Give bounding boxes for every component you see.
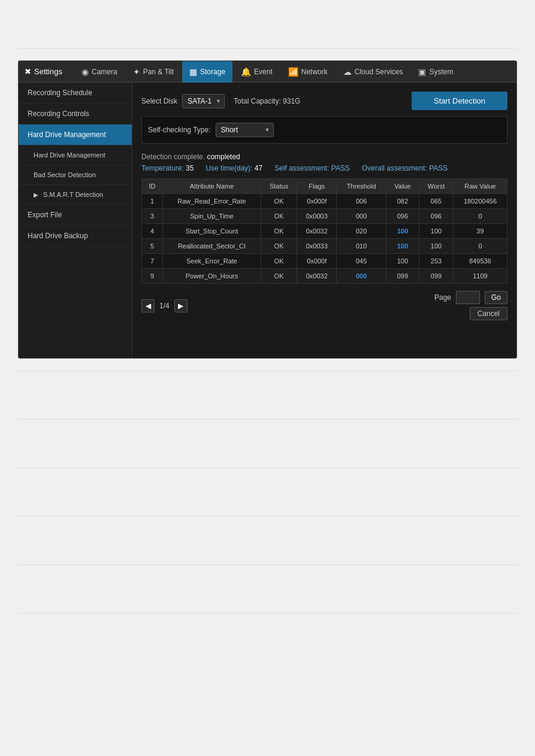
nav-tabs: ◉ Camera ✦ Pan & Tilt ▦ Storage 🔔 Event … bbox=[74, 61, 510, 83]
sidebar-label-recording-schedule: Recording Schedule bbox=[28, 89, 92, 97]
sidebar-label-smart-detection: S.M.A.R.T Detection bbox=[43, 191, 103, 198]
table-cell: Spin_Up_Time bbox=[162, 209, 261, 224]
select-disk-wrapper: SATA-1 SATA-2 bbox=[182, 94, 225, 108]
use-time-stat: Use time(day): 47 bbox=[205, 164, 262, 172]
page-number-input[interactable] bbox=[456, 291, 480, 304]
sidebar-label-hard-drive-management-sub: Hard Drive Management bbox=[34, 151, 105, 159]
sidebar-item-recording-schedule[interactable]: Recording Schedule bbox=[19, 83, 132, 104]
tab-network-label: Network bbox=[301, 68, 328, 76]
next-page-button[interactable]: ▶ bbox=[174, 299, 188, 312]
tab-pan-tilt[interactable]: ✦ Pan & Tilt bbox=[126, 61, 181, 83]
start-detection-button[interactable]: Start Detection bbox=[412, 92, 507, 110]
go-button[interactable]: Go bbox=[485, 291, 507, 304]
table-cell: 082 bbox=[386, 194, 419, 209]
tab-camera-label: Camera bbox=[92, 68, 117, 76]
table-cell: 180200456 bbox=[453, 194, 507, 209]
tab-camera[interactable]: ◉ Camera bbox=[74, 61, 125, 83]
table-cell: 000 bbox=[337, 269, 386, 284]
app-title: Settings bbox=[34, 67, 62, 76]
table-cell: 9 bbox=[142, 269, 163, 284]
table-cell: 0x000f bbox=[297, 194, 337, 209]
tab-pan-tilt-label: Pan & Tilt bbox=[143, 68, 174, 76]
table-cell: 099 bbox=[386, 269, 419, 284]
col-header-threshold: Threshold bbox=[337, 179, 386, 194]
table-cell: Power_On_Hours bbox=[162, 269, 261, 284]
tab-storage-label: Storage bbox=[200, 68, 225, 76]
arrow-icon: ▶ bbox=[34, 192, 38, 198]
overall-assessment-value: PASS bbox=[429, 164, 448, 172]
self-checking-input[interactable]: Short Long Conveyance bbox=[216, 123, 274, 137]
table-cell: 099 bbox=[419, 269, 454, 284]
self-checking-row: Self-checking Type: Short Long Conveyanc… bbox=[141, 116, 507, 144]
detection-completed-text: completed bbox=[207, 153, 240, 161]
divider-6 bbox=[18, 613, 517, 614]
controls-left: Select Disk SATA-1 SATA-2 Total Capacity… bbox=[141, 94, 300, 108]
table-cell: 100 bbox=[386, 239, 419, 254]
table-cell: OK bbox=[261, 209, 297, 224]
sidebar-label-bad-sector-detection: Bad Sector Detection bbox=[34, 171, 96, 178]
col-header-status: Status bbox=[261, 179, 297, 194]
prev-page-button[interactable]: ◀ bbox=[141, 299, 155, 312]
select-disk-label: Select Disk bbox=[141, 97, 177, 105]
capacity-label: Total Capacity: bbox=[234, 97, 281, 105]
col-header-value: Value bbox=[386, 179, 419, 194]
divider-4 bbox=[18, 516, 517, 517]
tab-network[interactable]: 📶 Network bbox=[281, 61, 335, 83]
camera-icon: ◉ bbox=[81, 67, 89, 77]
pagination-row: ◀ 1/4 ▶ Page Go Cancel bbox=[141, 291, 507, 320]
table-row: 3Spin_Up_TimeOK0x00030000960960 bbox=[142, 209, 507, 224]
top-divider bbox=[18, 48, 517, 48]
table-cell: OK bbox=[261, 269, 297, 284]
tab-cloud-label: Cloud Services bbox=[355, 68, 403, 76]
overall-assessment-stat: Overall assessment: PASS bbox=[362, 164, 448, 172]
table-cell: 096 bbox=[386, 209, 419, 224]
detection-info: Detection complete. completed Temperatur… bbox=[141, 153, 507, 172]
table-cell: 0x0003 bbox=[297, 209, 337, 224]
table-cell: 0 bbox=[453, 209, 507, 224]
sidebar-item-bad-sector-detection[interactable]: Bad Sector Detection bbox=[19, 165, 132, 185]
temperature-stat: Temperature: 35 bbox=[141, 164, 194, 172]
table-cell: 0x0033 bbox=[297, 239, 337, 254]
table-cell: 1 bbox=[142, 194, 163, 209]
tab-event-label: Event bbox=[254, 68, 273, 76]
cancel-button[interactable]: Cancel bbox=[470, 307, 507, 320]
overall-assessment-label: Overall assessment: bbox=[362, 164, 427, 172]
table-cell: Start_Stop_Count bbox=[162, 224, 261, 239]
capacity-value: 931G bbox=[283, 97, 300, 105]
main-content: Recording Schedule Recording Controls Ha… bbox=[19, 83, 516, 358]
table-cell: 0 bbox=[453, 239, 507, 254]
tab-storage[interactable]: ▦ Storage bbox=[182, 61, 232, 83]
page-label: Page bbox=[434, 293, 451, 302]
sidebar-item-hard-drive-backup[interactable]: Hard Drive Backup bbox=[19, 226, 132, 247]
table-body: 1Raw_Read_Error_RateOK0x000f006082065180… bbox=[142, 194, 507, 284]
table-cell: 3 bbox=[142, 209, 163, 224]
table-cell: 096 bbox=[419, 209, 454, 224]
self-assessment-value: PASS bbox=[331, 164, 350, 172]
sidebar-item-recording-controls[interactable]: Recording Controls bbox=[19, 104, 132, 125]
cancel-btn-wrapper: Cancel bbox=[470, 307, 507, 320]
sidebar-item-export-file[interactable]: Export File bbox=[19, 205, 132, 226]
top-nav: ✖ Settings ◉ Camera ✦ Pan & Tilt ▦ Stora… bbox=[19, 61, 516, 83]
sidebar-item-hard-drive-management-sub[interactable]: Hard Drive Management bbox=[19, 145, 132, 165]
self-checking-wrapper: Short Long Conveyance bbox=[216, 123, 274, 137]
tab-cloud[interactable]: ☁ Cloud Services bbox=[336, 61, 410, 83]
table-row: 9Power_On_HoursOK0x00320000990991109 bbox=[142, 269, 507, 284]
temperature-label: Temperature: bbox=[141, 164, 184, 172]
sidebar-item-smart-detection[interactable]: ▶ S.M.A.R.T Detection bbox=[19, 185, 132, 205]
pan-tilt-icon: ✦ bbox=[133, 67, 140, 77]
tab-event[interactable]: 🔔 Event bbox=[234, 61, 280, 83]
table-cell: Raw_Read_Error_Rate bbox=[162, 194, 261, 209]
col-header-flags: Flags bbox=[297, 179, 337, 194]
table-row: 5Reallocated_Sector_CtOK0x00330101001000 bbox=[142, 239, 507, 254]
sidebar-item-hard-drive-management[interactable]: Hard Drive Management bbox=[19, 125, 132, 145]
table-cell: 006 bbox=[337, 194, 386, 209]
tab-system-label: System bbox=[429, 68, 453, 76]
table-head: ID Attribute Name Status Flags Threshold… bbox=[142, 179, 507, 194]
select-disk-input[interactable]: SATA-1 SATA-2 bbox=[182, 94, 225, 108]
divider-3 bbox=[18, 467, 517, 468]
table-cell: 010 bbox=[337, 239, 386, 254]
tab-system[interactable]: ▣ System bbox=[411, 61, 460, 83]
table-cell: 000 bbox=[337, 209, 386, 224]
use-time-label: Use time(day): bbox=[205, 164, 252, 172]
page-indicator: 1/4 bbox=[159, 302, 170, 310]
